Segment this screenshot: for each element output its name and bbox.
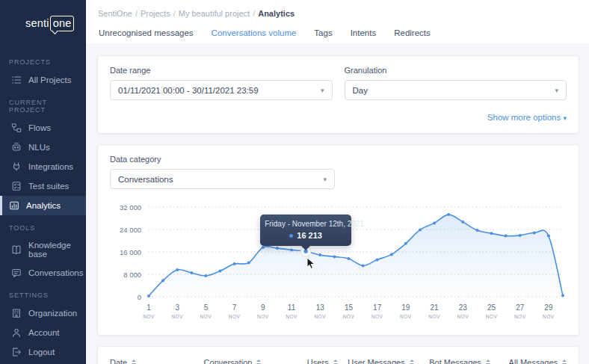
x-axis-tick-day: 11 bbox=[288, 303, 296, 312]
data-category-label: Data category bbox=[110, 155, 567, 164]
x-axis-tick-month: NOV bbox=[143, 314, 155, 319]
results-table-card: DateConversationUsersUser MessagesBot Me… bbox=[97, 346, 579, 364]
tab-unrecognised-messages[interactable]: Unrecognised messages bbox=[98, 25, 194, 45]
x-axis-tick-month: NOV bbox=[543, 314, 555, 319]
tab-tags[interactable]: Tags bbox=[313, 25, 333, 45]
sort-icon[interactable] bbox=[132, 357, 136, 364]
sidebar-item-logout[interactable]: Logout bbox=[0, 342, 86, 362]
series-dot-icon bbox=[289, 234, 293, 238]
sidebar-item-label: Flows bbox=[28, 123, 51, 132]
tab-bar: Unrecognised messagesConversations volum… bbox=[86, 18, 589, 46]
chart-tooltip: Friday - November 12th, 2021 16 213 bbox=[260, 215, 351, 246]
content-area: Date range 01/11/2021 00:00 - 30/11/2021… bbox=[86, 43, 589, 364]
column-header-date: Date bbox=[110, 357, 185, 364]
book-icon bbox=[11, 244, 22, 255]
plug-icon bbox=[11, 161, 22, 172]
x-axis-tick-month: NOV bbox=[400, 314, 412, 319]
sidebar-item-label: Test suites bbox=[28, 182, 69, 191]
sidebar-item-nlus[interactable]: NLUs bbox=[0, 138, 86, 157]
x-axis-tick-month: NOV bbox=[200, 314, 212, 319]
granulation-label: Granulation bbox=[345, 66, 567, 75]
x-axis-tick-day: 21 bbox=[431, 303, 440, 312]
breadcrumb-item[interactable]: Projects bbox=[141, 9, 170, 18]
sidebar-item-label: Analytics bbox=[26, 201, 61, 210]
chat-icon bbox=[11, 268, 22, 278]
sidebar-item-knowledge-base[interactable]: Knowledge base bbox=[0, 236, 86, 263]
sidebar-section-label: Settings bbox=[0, 283, 86, 303]
tab-conversations-volume[interactable]: Conversations volume bbox=[211, 25, 297, 45]
main-area: SentiOne/Projects/My beautiful project/A… bbox=[86, 0, 589, 364]
chevron-down-icon: ▾ bbox=[323, 176, 327, 183]
x-axis-tick-day: 17 bbox=[373, 303, 382, 312]
breadcrumb: SentiOne/Projects/My beautiful project/A… bbox=[86, 0, 589, 18]
column-header-users: Users bbox=[261, 357, 337, 364]
y-axis-tick: 8 000 bbox=[123, 271, 141, 279]
column-label: Bot Messages bbox=[429, 358, 481, 364]
x-axis-tick-month: NOV bbox=[257, 314, 269, 319]
breadcrumb-separator: / bbox=[135, 9, 138, 18]
chevron-down-icon: ▾ bbox=[563, 114, 567, 122]
sidebar-item-test-suites[interactable]: Test suites bbox=[0, 176, 86, 196]
date-range-select[interactable]: 01/11/2021 00:00 - 30/11/2021 23:59 ▾ bbox=[110, 80, 333, 100]
sidebar-item-flows[interactable]: Flows bbox=[0, 118, 86, 138]
sidebar-item-label: Account bbox=[28, 328, 60, 337]
sidebar-item-integrations[interactable]: Integrations bbox=[0, 157, 86, 176]
logout-icon bbox=[11, 347, 22, 357]
data-category-value: Conversations bbox=[118, 175, 173, 184]
building-icon bbox=[11, 308, 22, 318]
column-label: Conversation bbox=[204, 358, 253, 364]
x-axis-tick-day: 23 bbox=[459, 303, 468, 312]
x-axis-tick-month: NOV bbox=[343, 314, 355, 319]
breadcrumb-item[interactable]: My beautiful project bbox=[179, 9, 250, 18]
person-icon bbox=[11, 327, 22, 338]
y-axis-tick: 24 000 bbox=[120, 226, 141, 234]
breadcrumb-item[interactable]: SentiOne bbox=[98, 9, 132, 18]
sidebar-item-label: Knowledge base bbox=[28, 241, 83, 259]
robot-icon bbox=[11, 142, 22, 152]
granulation-select[interactable]: Day ▾ bbox=[345, 80, 567, 100]
granulation-value: Day bbox=[353, 86, 368, 95]
date-range-value: 01/11/2021 00:00 - 30/11/2021 23:59 bbox=[118, 86, 259, 95]
sentione-logo[interactable]: sentione bbox=[0, 0, 86, 31]
sidebar-item-analytics[interactable]: Analytics bbox=[0, 196, 86, 215]
show-more-options-link[interactable]: Show more options ▾ bbox=[487, 113, 567, 122]
tooltip-value: 16 213 bbox=[265, 231, 347, 240]
chart-card: Data category Conversations ▾ 08 00016 0… bbox=[97, 144, 579, 336]
column-header-all-messages: All Messages bbox=[490, 357, 567, 364]
logo-bubble-tail bbox=[52, 29, 58, 34]
x-axis-tick-day: 27 bbox=[516, 303, 525, 312]
column-header-conversation: Conversation bbox=[185, 357, 261, 364]
tooltip-date: Friday - November 12th, 2021 bbox=[265, 220, 347, 228]
x-axis-tick-day: 25 bbox=[487, 303, 496, 312]
sidebar-item-organization[interactable]: Organization bbox=[0, 303, 86, 323]
sidebar-item-all-projects[interactable]: All Projects bbox=[0, 70, 86, 90]
conversations-volume-chart[interactable]: 08 00016 00024 00032 0001NOV3NOV5NOV7NOV… bbox=[110, 201, 567, 325]
breadcrumb-separator: / bbox=[173, 9, 176, 18]
chevron-down-icon: ▾ bbox=[321, 87, 324, 94]
x-axis-tick-month: NOV bbox=[428, 314, 440, 319]
column-label: Date bbox=[110, 358, 127, 364]
sidebar-section-label: Current project bbox=[0, 90, 86, 118]
column-label: All Messages bbox=[509, 358, 558, 364]
tab-intents[interactable]: Intents bbox=[350, 25, 377, 45]
test-suites-icon bbox=[11, 181, 22, 191]
logo-text-senti: senti bbox=[25, 17, 49, 29]
sidebar-item-conversations[interactable]: Conversations bbox=[0, 263, 86, 283]
x-axis-tick-month: NOV bbox=[371, 314, 383, 319]
tab-redirects[interactable]: Redirects bbox=[393, 25, 431, 45]
column-label: Users bbox=[307, 358, 329, 364]
sidebar-nav: ProjectsAll ProjectsCurrent projectFlows… bbox=[0, 49, 86, 362]
data-category-select[interactable]: Conversations ▾ bbox=[110, 169, 335, 189]
chevron-down-icon: ▾ bbox=[555, 87, 558, 94]
list-icon bbox=[11, 75, 22, 85]
logo-bubble-one: one bbox=[50, 16, 75, 31]
sidebar-section-label: Tools bbox=[0, 215, 86, 236]
sidebar: sentione ProjectsAll ProjectsCurrent pro… bbox=[0, 0, 86, 364]
sidebar-item-account[interactable]: Account bbox=[0, 323, 86, 342]
x-axis-tick-month: NOV bbox=[514, 314, 526, 319]
sidebar-item-label: Logout bbox=[28, 348, 55, 357]
sort-icon[interactable] bbox=[562, 357, 567, 364]
y-axis-tick: 32 000 bbox=[120, 203, 141, 212]
x-axis-tick-month: NOV bbox=[314, 314, 326, 319]
sidebar-item-label: NLUs bbox=[28, 143, 50, 152]
